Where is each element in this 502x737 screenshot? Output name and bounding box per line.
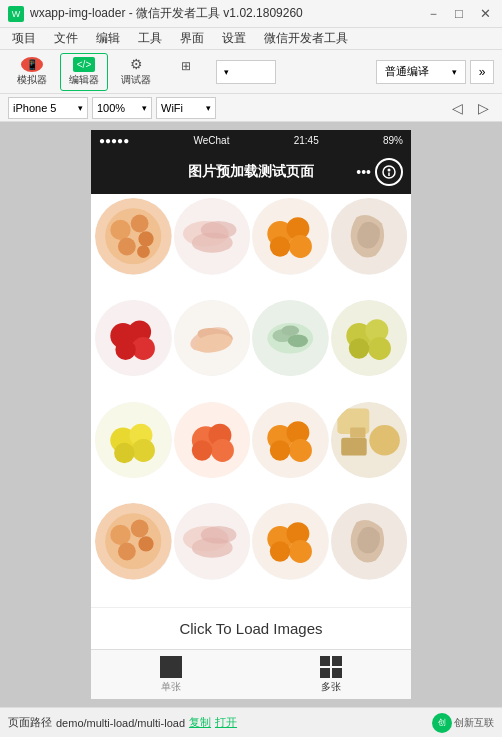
copy-button[interactable]: 复制	[189, 715, 211, 730]
toolbar-expand-button[interactable]: »	[470, 60, 494, 84]
compile-dropdown[interactable]	[216, 60, 276, 84]
svg-point-9	[137, 245, 150, 258]
app-icon: W	[8, 6, 24, 22]
menu-tools[interactable]: 工具	[130, 28, 170, 49]
load-button-container: Click To Load Images	[91, 607, 411, 649]
app-indicator: WeChat	[193, 135, 229, 146]
menu-wechat-devtools[interactable]: 微信开发者工具	[256, 28, 356, 49]
grid-cell-4-4	[331, 503, 408, 580]
title-controls: － □ ✕	[424, 5, 494, 23]
grid-cell-4-3	[252, 503, 329, 580]
tab-multi[interactable]: 多张	[251, 650, 411, 699]
menu-interface[interactable]: 界面	[172, 28, 212, 49]
svg-point-43	[114, 442, 134, 462]
forward-button[interactable]: ▷	[472, 97, 494, 119]
svg-point-38	[348, 338, 368, 358]
grid-cell-4-1	[95, 503, 172, 580]
grid-cell-3-4	[331, 402, 408, 479]
battery-indicator: 89%	[383, 135, 403, 146]
svg-point-32	[288, 334, 308, 347]
simulator-button[interactable]: 📱 模拟器	[8, 53, 56, 91]
load-images-button[interactable]: Click To Load Images	[179, 620, 322, 637]
status-bottom-bar: 页面路径 demo/multi-load/multi-load 复制 打开 创 …	[0, 707, 502, 737]
svg-point-68	[200, 526, 236, 544]
other-tool-icon: ⊞	[175, 57, 197, 75]
wechat-nav-bar: 图片预加载测试页面 •••	[91, 150, 411, 194]
svg-point-73	[270, 542, 290, 562]
device-select[interactable]: iPhone 5	[8, 97, 88, 119]
zoom-select[interactable]: 100%	[92, 97, 152, 119]
tab-single[interactable]: 单张	[91, 650, 251, 699]
svg-point-0	[383, 166, 395, 178]
debugger-button[interactable]: ⚙ 调试器	[112, 53, 160, 91]
svg-point-33	[281, 325, 299, 335]
single-tab-label: 单张	[161, 680, 181, 694]
editor-button[interactable]: </> 编辑器	[60, 53, 108, 91]
back-button[interactable]: ◁	[446, 97, 468, 119]
time-indicator: 21:45	[294, 135, 319, 146]
nav-dots[interactable]: •••	[356, 164, 371, 180]
svg-point-7	[138, 231, 153, 246]
status-path-label: 页面路径	[8, 715, 52, 730]
svg-point-17	[289, 235, 312, 258]
grid-cell-4-2	[174, 503, 251, 580]
brand-logo-icon: 创	[432, 713, 452, 733]
phone-status-bar: ●●●●● WeChat 21:45 89%	[91, 130, 411, 150]
grid-cell-1-1	[95, 198, 172, 275]
menu-settings[interactable]: 设置	[214, 28, 254, 49]
grid-cell-3-2	[174, 402, 251, 479]
menu-project[interactable]: 项目	[4, 28, 44, 49]
editor-label: 编辑器	[69, 73, 99, 87]
multi-icon-cell-3	[320, 668, 330, 678]
svg-point-72	[289, 540, 312, 563]
svg-point-64	[118, 543, 136, 561]
svg-point-18	[270, 236, 290, 256]
multi-icon-cell-2	[332, 656, 342, 666]
maximize-button[interactable]: □	[450, 5, 468, 23]
multi-tab-icon	[320, 656, 342, 678]
title-text: wxapp-img-loader - 微信开发者工具 v1.02.1809260	[30, 5, 303, 22]
brand-logo: 创 创新互联	[432, 713, 494, 733]
phone-tab-bar: 单张 多张	[91, 649, 411, 699]
svg-point-58	[369, 424, 400, 455]
svg-rect-56	[341, 437, 367, 455]
debugger-label: 调试器	[121, 73, 151, 87]
svg-point-48	[191, 440, 211, 460]
multi-tab-label: 多张	[321, 680, 341, 694]
menu-bar: 项目 文件 编辑 工具 界面 设置 微信开发者工具	[0, 28, 502, 50]
svg-point-52	[289, 438, 312, 461]
grid-cell-1-2	[174, 198, 251, 275]
menu-file[interactable]: 文件	[46, 28, 86, 49]
svg-rect-57	[350, 427, 365, 437]
other-tool-button[interactable]: ⊞	[164, 53, 208, 91]
svg-point-24	[115, 339, 135, 359]
title-bar-left: W wxapp-img-loader - 微信开发者工具 v1.02.18092…	[8, 5, 303, 22]
multi-icon-cell-4	[332, 668, 342, 678]
grid-cell-2-3	[252, 300, 329, 377]
device-bar: iPhone 5 100% WiFi ◁ ▷	[0, 94, 502, 122]
simulator-label: 模拟器	[17, 73, 47, 87]
grid-cell-3-1	[95, 402, 172, 479]
single-tab-icon	[160, 656, 182, 678]
grid-cell-2-4	[331, 300, 408, 377]
phone-content: Click To Load Images 单张 多张	[91, 194, 411, 699]
menu-edit[interactable]: 编辑	[88, 28, 128, 49]
svg-point-13	[200, 221, 236, 239]
minimize-button[interactable]: －	[424, 5, 442, 23]
simulator-icon: 📱	[21, 57, 43, 72]
grid-cell-2-1	[95, 300, 172, 377]
compile-mode-select[interactable]: 普通编译	[376, 60, 466, 84]
network-select[interactable]: WiFi	[156, 97, 216, 119]
close-button[interactable]: ✕	[476, 5, 494, 23]
svg-point-42	[132, 438, 155, 461]
brand-name: 创新互联	[454, 716, 494, 730]
nav-circle-button[interactable]	[375, 158, 403, 186]
image-grid	[91, 194, 411, 607]
svg-point-6	[131, 215, 149, 233]
open-button[interactable]: 打开	[215, 715, 237, 730]
signal-indicator: ●●●●●	[99, 135, 129, 146]
svg-point-5	[110, 220, 130, 240]
grid-cell-3-3	[252, 402, 329, 479]
svg-point-37	[367, 337, 390, 360]
svg-point-63	[138, 536, 153, 551]
